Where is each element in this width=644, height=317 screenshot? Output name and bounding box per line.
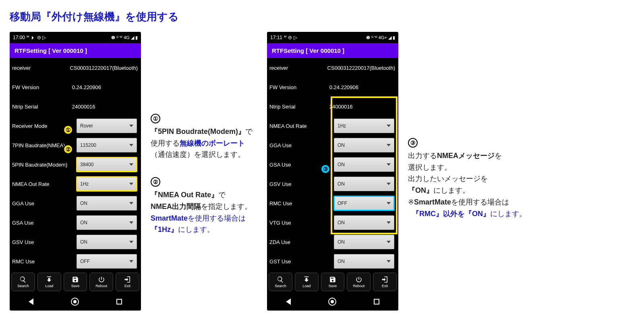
annotation-3: ③ 出力するNMEAメッセージを 選択します。 出力したいメッセージを 『ON』… — [408, 137, 526, 223]
rmc-use-spinner[interactable]: OFF — [77, 254, 137, 269]
chevron-down-icon — [387, 241, 391, 243]
setting-row: GGA UseON — [10, 194, 141, 213]
chevron-down-icon — [129, 202, 133, 204]
download-icon — [303, 276, 310, 283]
marker-3: ③ — [321, 164, 330, 174]
status-bar: 17:00 ᴹ ⏵ ⊖ ▷ ❶ ᴳ ᵂ 4G ◢ ▮ — [10, 32, 141, 43]
status-icons-right: ❶ ᴳ ᵂ 4G ◢ ▮ — [111, 35, 138, 40]
gsv-use-spinner[interactable]: ON — [77, 235, 137, 249]
phone-screen-2: 17:11 ᴹ ⊖ ▷ ❶ ᴳ ᵂ 4G+ ◢ ▮ RTFSetting [ V… — [267, 32, 398, 311]
app-title: RTFSetting [ Ver 000010 ] — [10, 43, 141, 58]
page-title: 移動局『外付け無線機』を使用する — [10, 10, 634, 24]
chevron-down-icon — [129, 260, 133, 263]
chevron-down-icon — [387, 221, 391, 224]
annotation-3-num: ③ — [408, 138, 418, 148]
info-row: receiverCS000312220017(Bluetooth) — [267, 58, 398, 77]
nav-home-icon[interactable] — [71, 298, 79, 306]
app-title: RTFSetting [ Ver 000010 ] — [267, 43, 398, 58]
search-icon — [19, 276, 27, 283]
chevron-down-icon — [129, 183, 133, 185]
android-navbar — [267, 293, 398, 311]
receiver-mode-spinner[interactable]: Rover — [77, 119, 137, 133]
nav-back-icon[interactable] — [286, 298, 291, 305]
chevron-down-icon — [387, 163, 391, 166]
gsa-use-spinner[interactable]: ON — [77, 215, 137, 230]
annotation-1: ① 『5PIN Boudrate(Modem)』で 使用する無線機のボーレート … — [151, 113, 253, 164]
setting-row: GSV UseON — [10, 232, 141, 252]
power-icon — [98, 276, 105, 283]
nav-recent-icon[interactable] — [374, 299, 379, 304]
setting-row: GGA UseON — [267, 136, 398, 155]
load-button[interactable]: Load — [37, 273, 61, 291]
annotation-2-num: ② — [151, 177, 160, 187]
nmea-out-rate-spinner[interactable]: 1Hz — [334, 119, 394, 133]
status-bar: 17:11 ᴹ ⊖ ▷ ❶ ᴳ ᵂ 4G+ ◢ ▮ — [267, 32, 398, 43]
exit-button[interactable]: Exit — [116, 273, 139, 291]
chevron-down-icon — [387, 202, 391, 204]
gsv-use-spinner[interactable]: ON — [334, 177, 394, 191]
annotation-2: ② 『NMEA Out Rate』で NMEA出力間隔を指定します。 Smart… — [151, 176, 253, 239]
nav-recent-icon[interactable] — [116, 299, 122, 304]
info-row: Ntrip Serial24000016 — [267, 97, 398, 116]
5pin-baudrate-spinner[interactable]: 38400 — [77, 157, 137, 172]
chevron-down-icon — [129, 125, 133, 127]
nav-home-icon[interactable] — [328, 298, 336, 306]
gga-use-spinner[interactable]: ON — [77, 196, 137, 211]
exit-icon — [124, 276, 131, 283]
setting-row: GSA UseON — [10, 213, 141, 232]
exit-button[interactable]: Exit — [373, 273, 397, 291]
chevron-down-icon — [387, 260, 391, 263]
reboot-button[interactable]: Reboot — [347, 273, 371, 291]
power-icon — [355, 276, 362, 283]
marker-2: ② — [63, 144, 73, 154]
button-bar: Search Load Save Reboot Exit — [267, 271, 398, 293]
marker-1: ① — [63, 125, 73, 135]
setting-row: RMC UseOFF — [267, 194, 398, 213]
chevron-down-icon — [387, 144, 391, 146]
status-time: 17:00 — [13, 35, 25, 40]
save-icon — [329, 276, 336, 283]
phone-screen-1: 17:00 ᴹ ⏵ ⊖ ▷ ❶ ᴳ ᵂ 4G ◢ ▮ RTFSetting [ … — [10, 32, 141, 311]
chevron-down-icon — [387, 183, 391, 185]
nmea-out-rate-spinner[interactable]: 1Hz — [77, 177, 137, 191]
save-button[interactable]: Save — [321, 273, 345, 291]
exit-icon — [381, 276, 389, 283]
setting-row: Receiver ModeRover — [10, 116, 141, 136]
download-icon — [46, 276, 53, 283]
gsa-use-spinner[interactable]: ON — [334, 157, 394, 172]
search-button[interactable]: Search — [11, 273, 35, 291]
chevron-down-icon — [129, 144, 133, 146]
android-navbar — [10, 293, 141, 311]
status-icons-left: ᴹ ⊖ ▷ — [284, 35, 297, 40]
chevron-down-icon — [129, 241, 133, 243]
setting-row: VTG UseON — [267, 213, 398, 232]
zda-use-spinner[interactable]: ON — [334, 235, 394, 249]
vtg-use-spinner[interactable]: ON — [334, 215, 394, 230]
setting-row: 7PIN Baudrate(NMEA)115200 — [10, 136, 141, 155]
7pin-baudrate-spinner[interactable]: 115200 — [77, 138, 137, 152]
chevron-down-icon — [129, 221, 133, 224]
nav-back-icon[interactable] — [29, 298, 33, 305]
save-button[interactable]: Save — [64, 273, 87, 291]
chevron-down-icon — [129, 163, 133, 166]
button-bar: Search Load Save Reboot Exit — [10, 271, 141, 293]
save-icon — [72, 276, 79, 283]
gga-use-spinner[interactable]: ON — [334, 138, 394, 152]
search-button[interactable]: Search — [269, 273, 292, 291]
load-button[interactable]: Load — [295, 273, 319, 291]
search-icon — [277, 276, 284, 283]
chevron-down-icon — [387, 125, 391, 127]
annotation-1-num: ① — [151, 114, 160, 123]
status-time: 17:11 — [270, 35, 282, 40]
rmc-use-spinner[interactable]: OFF — [334, 196, 394, 211]
setting-row: GST UseON — [267, 252, 398, 271]
reboot-button[interactable]: Reboot — [89, 273, 113, 291]
status-icons-left: ᴹ ⏵ ⊖ ▷ — [27, 35, 46, 40]
setting-row: NMEA Out Rate1Hz — [267, 116, 398, 136]
setting-row: ZDA UseON — [267, 232, 398, 252]
status-icons-right: ❶ ᴳ ᵂ 4G+ ◢ ▮ — [366, 35, 395, 40]
info-row: FW Version0.24.220906 — [267, 77, 398, 97]
setting-row: GSA UseON — [267, 155, 398, 174]
gst-use-spinner[interactable]: ON — [334, 254, 394, 269]
setting-row: RMC UseOFF — [10, 252, 141, 271]
